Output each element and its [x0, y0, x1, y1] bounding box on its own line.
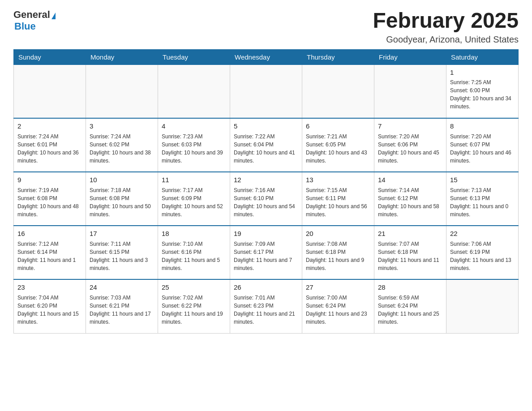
- sunset-text: Sunset: 6:24 PM: [306, 302, 370, 310]
- cell-content: 24Sunrise: 7:03 AMSunset: 6:21 PMDayligh…: [90, 283, 154, 326]
- daylight-text: Daylight: 11 hours and 5 minutes.: [162, 256, 226, 272]
- daylight-text: Daylight: 10 hours and 41 minutes.: [234, 149, 298, 165]
- cell-content: 2Sunrise: 7:24 AMSunset: 6:01 PMDaylight…: [17, 121, 82, 165]
- day-number: 17: [90, 229, 154, 239]
- sunset-text: Sunset: 6:20 PM: [17, 302, 82, 310]
- calendar-col-saturday: Saturday: [446, 49, 519, 64]
- cell-content: 17Sunrise: 7:11 AMSunset: 6:15 PMDayligh…: [90, 229, 154, 272]
- calendar-cell: 14Sunrise: 7:14 AMSunset: 6:12 PMDayligh…: [374, 172, 446, 226]
- calendar-cell: 2Sunrise: 7:24 AMSunset: 6:01 PMDaylight…: [14, 118, 86, 172]
- day-number: 12: [234, 175, 298, 185]
- sunset-text: Sunset: 6:17 PM: [234, 248, 298, 256]
- calendar-week-row: 1Sunrise: 7:25 AMSunset: 6:00 PMDaylight…: [14, 64, 519, 118]
- sunset-text: Sunset: 6:00 PM: [450, 86, 515, 94]
- sunrise-text: Sunrise: 7:24 AM: [17, 133, 82, 141]
- daylight-text: Daylight: 11 hours and 21 minutes.: [234, 310, 298, 326]
- day-number: 27: [306, 283, 370, 293]
- cell-content: 28Sunrise: 6:59 AMSunset: 6:24 PMDayligh…: [378, 283, 442, 326]
- title-area: February 2025 Goodyear, Arizona, United …: [373, 9, 519, 45]
- cell-content: 1Sunrise: 7:25 AMSunset: 6:00 PMDaylight…: [450, 68, 515, 111]
- sunset-text: Sunset: 6:04 PM: [234, 141, 298, 149]
- daylight-text: Daylight: 11 hours and 25 minutes.: [378, 310, 442, 326]
- sunrise-text: Sunrise: 7:03 AM: [90, 294, 154, 302]
- day-number: 16: [17, 229, 82, 239]
- calendar-week-row: 16Sunrise: 7:12 AMSunset: 6:14 PMDayligh…: [14, 226, 519, 279]
- daylight-text: Daylight: 10 hours and 36 minutes.: [17, 149, 82, 165]
- day-number: 14: [378, 175, 442, 185]
- cell-content: 13Sunrise: 7:15 AMSunset: 6:11 PMDayligh…: [306, 175, 370, 218]
- daylight-text: Daylight: 10 hours and 48 minutes.: [17, 202, 82, 218]
- cell-content: 4Sunrise: 7:23 AMSunset: 6:03 PMDaylight…: [162, 121, 226, 165]
- daylight-text: Daylight: 11 hours and 7 minutes.: [234, 256, 298, 272]
- calendar-cell: 10Sunrise: 7:18 AMSunset: 6:08 PMDayligh…: [86, 172, 158, 226]
- sunset-text: Sunset: 6:09 PM: [162, 194, 226, 202]
- cell-content: 22Sunrise: 7:06 AMSunset: 6:19 PMDayligh…: [450, 229, 515, 272]
- sunrise-text: Sunrise: 7:17 AM: [162, 186, 226, 194]
- calendar-col-tuesday: Tuesday: [158, 49, 230, 64]
- daylight-text: Daylight: 11 hours and 0 minutes.: [450, 202, 515, 218]
- calendar-week-row: 9Sunrise: 7:19 AMSunset: 6:08 PMDaylight…: [14, 172, 519, 226]
- sunset-text: Sunset: 6:07 PM: [450, 141, 515, 149]
- cell-content: 10Sunrise: 7:18 AMSunset: 6:08 PMDayligh…: [90, 175, 154, 218]
- sunrise-text: Sunrise: 7:04 AM: [17, 294, 82, 302]
- cell-content: 8Sunrise: 7:20 AMSunset: 6:07 PMDaylight…: [450, 121, 515, 165]
- sunset-text: Sunset: 6:08 PM: [17, 194, 82, 202]
- daylight-text: Daylight: 10 hours and 56 minutes.: [306, 202, 370, 218]
- day-number: 6: [306, 121, 370, 132]
- day-number: 8: [450, 121, 515, 132]
- daylight-text: Daylight: 10 hours and 38 minutes.: [90, 149, 154, 165]
- sunset-text: Sunset: 6:03 PM: [162, 141, 226, 149]
- logo-triangle-icon: [51, 13, 56, 19]
- day-number: 13: [306, 175, 370, 185]
- cell-content: 14Sunrise: 7:14 AMSunset: 6:12 PMDayligh…: [378, 175, 442, 218]
- day-number: 10: [90, 175, 154, 185]
- sunset-text: Sunset: 6:23 PM: [234, 302, 298, 310]
- sunset-text: Sunset: 6:10 PM: [234, 194, 298, 202]
- sunset-text: Sunset: 6:18 PM: [306, 248, 370, 256]
- calendar-cell: 22Sunrise: 7:06 AMSunset: 6:19 PMDayligh…: [446, 226, 519, 279]
- sunrise-text: Sunrise: 7:08 AM: [306, 240, 370, 248]
- sunrise-text: Sunrise: 7:07 AM: [378, 240, 442, 248]
- calendar-cell: 5Sunrise: 7:22 AMSunset: 6:04 PMDaylight…: [230, 118, 302, 172]
- day-number: 5: [234, 121, 298, 132]
- daylight-text: Daylight: 10 hours and 52 minutes.: [162, 202, 226, 218]
- daylight-text: Daylight: 11 hours and 13 minutes.: [450, 256, 515, 272]
- calendar-cell: 27Sunrise: 7:00 AMSunset: 6:24 PMDayligh…: [302, 279, 374, 333]
- cell-content: 27Sunrise: 7:00 AMSunset: 6:24 PMDayligh…: [306, 283, 370, 326]
- calendar-cell: 19Sunrise: 7:09 AMSunset: 6:17 PMDayligh…: [230, 226, 302, 279]
- daylight-text: Daylight: 11 hours and 3 minutes.: [90, 256, 154, 272]
- daylight-text: Daylight: 10 hours and 50 minutes.: [90, 202, 154, 218]
- sunset-text: Sunset: 6:13 PM: [450, 194, 515, 202]
- cell-content: 26Sunrise: 7:01 AMSunset: 6:23 PMDayligh…: [234, 283, 298, 326]
- calendar-cell: 11Sunrise: 7:17 AMSunset: 6:09 PMDayligh…: [158, 172, 230, 226]
- calendar-cell: 25Sunrise: 7:02 AMSunset: 6:22 PMDayligh…: [158, 279, 230, 333]
- sunset-text: Sunset: 6:12 PM: [378, 194, 442, 202]
- day-number: 18: [162, 229, 226, 239]
- day-number: 11: [162, 175, 226, 185]
- location-subtitle: Goodyear, Arizona, United States: [373, 34, 519, 45]
- cell-content: 5Sunrise: 7:22 AMSunset: 6:04 PMDaylight…: [234, 121, 298, 165]
- logo-general-text: General: [13, 9, 50, 21]
- daylight-text: Daylight: 11 hours and 11 minutes.: [378, 256, 442, 272]
- daylight-text: Daylight: 11 hours and 23 minutes.: [306, 310, 370, 326]
- calendar-col-thursday: Thursday: [302, 49, 374, 64]
- daylight-text: Daylight: 10 hours and 54 minutes.: [234, 202, 298, 218]
- sunrise-text: Sunrise: 7:19 AM: [17, 186, 82, 194]
- day-number: 21: [378, 229, 442, 239]
- sunrise-text: Sunrise: 7:15 AM: [306, 186, 370, 194]
- sunset-text: Sunset: 6:21 PM: [90, 302, 154, 310]
- sunrise-text: Sunrise: 7:14 AM: [378, 186, 442, 194]
- sunrise-text: Sunrise: 7:23 AM: [162, 133, 226, 141]
- calendar-cell: 26Sunrise: 7:01 AMSunset: 6:23 PMDayligh…: [230, 279, 302, 333]
- sunrise-text: Sunrise: 7:24 AM: [90, 133, 154, 141]
- cell-content: 16Sunrise: 7:12 AMSunset: 6:14 PMDayligh…: [17, 229, 82, 272]
- sunrise-text: Sunrise: 7:25 AM: [450, 78, 515, 86]
- daylight-text: Daylight: 10 hours and 39 minutes.: [162, 149, 226, 165]
- calendar-cell: [446, 279, 519, 333]
- cell-content: 12Sunrise: 7:16 AMSunset: 6:10 PMDayligh…: [234, 175, 298, 218]
- calendar-cell: 4Sunrise: 7:23 AMSunset: 6:03 PMDaylight…: [158, 118, 230, 172]
- sunrise-text: Sunrise: 7:10 AM: [162, 240, 226, 248]
- daylight-text: Daylight: 10 hours and 46 minutes.: [450, 149, 515, 165]
- logo: General Blue: [13, 9, 56, 32]
- daylight-text: Daylight: 10 hours and 45 minutes.: [378, 149, 442, 165]
